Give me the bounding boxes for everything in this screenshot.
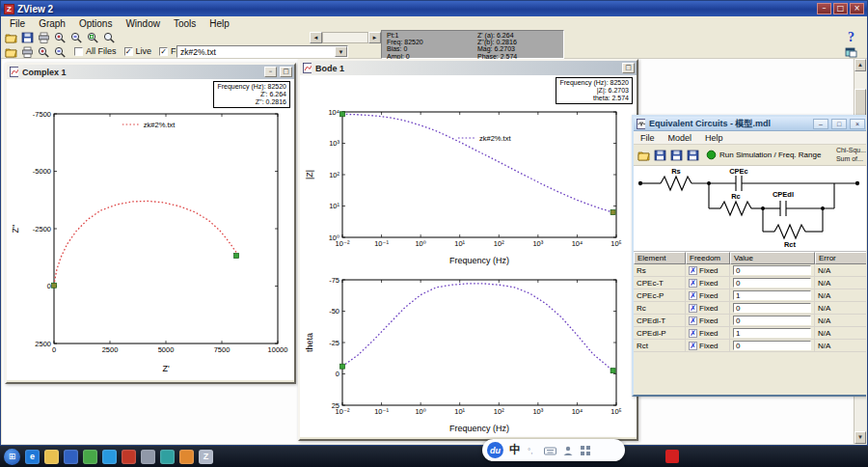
- save-icon[interactable]: [20, 31, 35, 43]
- bode-window[interactable]: Bode 1 □ Frequency (Hz): 82520 |Z|: 6.27…: [298, 59, 638, 441]
- checkbox-box[interactable]: [74, 47, 83, 56]
- eqc-close-button[interactable]: ×: [850, 119, 865, 129]
- value-input[interactable]: 0: [733, 341, 811, 350]
- column-header-value[interactable]: Value: [730, 252, 815, 264]
- ime-logo-icon[interactable]: du: [487, 442, 503, 458]
- equivalent-titlebar[interactable]: Equivalent Circuits - 模型.mdl – □ ×: [634, 117, 866, 131]
- ime-language-toggle[interactable]: 中: [509, 442, 521, 458]
- fixed-icon[interactable]: ✗: [689, 329, 697, 338]
- person-icon[interactable]: [562, 445, 574, 456]
- close-button[interactable]: ×: [850, 3, 864, 14]
- app-gray-icon[interactable]: [141, 450, 155, 464]
- help-icon[interactable]: ?: [848, 30, 854, 45]
- freedom-cell[interactable]: ✗Fixed: [686, 340, 730, 352]
- zoom-window-icon[interactable]: [86, 31, 100, 43]
- bode-maximize-button[interactable]: □: [622, 63, 635, 73]
- eqc-menu-file[interactable]: File: [634, 133, 662, 143]
- scroll-up-icon[interactable]: ▲: [854, 59, 866, 71]
- fixed-icon[interactable]: ✗: [689, 304, 697, 313]
- open-file-icon[interactable]: [4, 31, 18, 43]
- freedom-cell[interactable]: ✗Fixed: [686, 315, 730, 327]
- scroll-down-icon[interactable]: ▼: [854, 431, 866, 444]
- complex-maximize-button[interactable]: □: [280, 67, 292, 77]
- table-row[interactable]: Rc✗Fixed0N/A: [634, 302, 866, 315]
- zoom-in-icon[interactable]: [53, 31, 68, 43]
- checkbox-box[interactable]: ✓: [124, 47, 133, 56]
- input-method-bar[interactable]: du 中 °,: [482, 439, 625, 461]
- complex-minimize-button[interactable]: –: [264, 67, 277, 77]
- grid-icon[interactable]: [580, 445, 591, 456]
- complex-titlebar[interactable]: Complex 1 – □: [7, 65, 294, 79]
- bode-phase-plot[interactable]: 10⁻²10⁻¹10⁰10¹10²10³10⁴10⁵250-25-50-75Fr…: [304, 272, 632, 434]
- bode-magnitude-plot[interactable]: 10⁻²10⁻¹10⁰10¹10²10³10⁴10⁵10⁰10¹10²10³10…: [304, 104, 632, 266]
- table-row[interactable]: CPEdl-T✗Fixed0N/A: [634, 315, 866, 327]
- nyquist-plot[interactable]: 02500500075001000025000-2500-5000-7500Z'…: [10, 106, 291, 374]
- zoom-out-color-icon[interactable]: [53, 45, 68, 58]
- table-row[interactable]: CPEdl-P✗Fixed1N/A: [634, 327, 866, 340]
- freedom-cell[interactable]: ✗Fixed: [686, 327, 730, 340]
- zoom-in-color-icon[interactable]: [37, 45, 51, 58]
- main-titlebar[interactable]: Z ZView 2 – □ ×: [1, 1, 867, 16]
- minimize-button[interactable]: –: [817, 3, 831, 14]
- open-folder-icon[interactable]: [4, 45, 18, 58]
- new-window-icon[interactable]: [844, 45, 858, 58]
- point-scroll-track[interactable]: [322, 32, 368, 43]
- table-row[interactable]: CPEc-T✗Fixed0N/A: [634, 277, 866, 289]
- menu-window[interactable]: Window: [119, 17, 167, 30]
- freedom-cell[interactable]: ✗Fixed: [686, 302, 730, 315]
- tray-red-icon[interactable]: [665, 450, 679, 463]
- point-scrollbar[interactable]: ◄ ►: [310, 32, 381, 43]
- fixed-icon[interactable]: ✗: [689, 291, 697, 300]
- menu-graph[interactable]: Graph: [32, 17, 72, 30]
- circuit-diagram[interactable]: Rs CPEc Rc CPEdl Rct: [634, 166, 866, 252]
- value-input[interactable]: 0: [733, 303, 811, 313]
- freedom-cell[interactable]: ✗Fixed: [686, 277, 730, 289]
- app-blue-icon[interactable]: [64, 450, 78, 464]
- value-input[interactable]: 0: [733, 265, 811, 275]
- save-model-icon[interactable]: [653, 149, 667, 161]
- eqc-menu-model[interactable]: Model: [662, 133, 699, 143]
- save-report-icon[interactable]: [686, 149, 700, 161]
- column-header-freedom[interactable]: Freedom: [686, 252, 730, 264]
- checkbox-live[interactable]: ✓Live: [124, 46, 152, 56]
- app-red-icon[interactable]: [122, 450, 136, 464]
- print-graph-icon[interactable]: [20, 45, 35, 58]
- fixed-icon[interactable]: ✗: [689, 279, 697, 288]
- save-fit-icon[interactable]: [669, 149, 684, 161]
- menu-options[interactable]: Options: [72, 17, 119, 30]
- app-orange-icon[interactable]: [179, 450, 194, 464]
- scroll-left-button[interactable]: ◄: [310, 32, 322, 43]
- start-button[interactable]: ⊞: [4, 449, 20, 465]
- freedom-cell[interactable]: ✗Fixed: [686, 264, 730, 277]
- file-combo[interactable]: zk#2%.txt ▼: [176, 45, 348, 58]
- value-input[interactable]: 1: [733, 328, 811, 338]
- menu-file[interactable]: File: [3, 17, 32, 30]
- zoom-out-icon[interactable]: [69, 31, 84, 43]
- table-row[interactable]: Rs✗Fixed0N/A: [634, 264, 866, 277]
- app-teal-icon[interactable]: [160, 450, 175, 464]
- table-row[interactable]: CPEc-P✗Fixed1N/A: [634, 289, 866, 302]
- checkbox-all-files[interactable]: All Files: [74, 46, 117, 56]
- open-model-icon[interactable]: [637, 149, 651, 161]
- fixed-icon[interactable]: ✗: [689, 266, 697, 275]
- keyboard-icon[interactable]: [544, 445, 556, 456]
- checkbox-box[interactable]: ✓: [159, 47, 168, 56]
- equivalent-circuits-window[interactable]: Equivalent Circuits - 模型.mdl – □ × FileM…: [632, 115, 866, 397]
- app-green-icon[interactable]: [83, 450, 97, 464]
- punctuation-icon[interactable]: °,: [527, 445, 538, 456]
- zview-taskbar-icon[interactable]: Z: [199, 450, 213, 464]
- value-input[interactable]: 1: [733, 290, 811, 300]
- run-simulation-button[interactable]: Run Simulation / Freq. Range: [706, 150, 821, 160]
- table-row[interactable]: Rct✗Fixed0N/A: [634, 340, 866, 352]
- menu-help[interactable]: Help: [203, 17, 236, 30]
- column-header-element[interactable]: Element: [634, 252, 686, 264]
- fixed-icon[interactable]: ✗: [689, 316, 697, 325]
- folder-icon[interactable]: [44, 450, 59, 464]
- column-header-error[interactable]: Error: [815, 252, 866, 264]
- value-input[interactable]: 0: [733, 316, 811, 325]
- zoom-all-icon[interactable]: [102, 31, 117, 43]
- browser-e-icon[interactable]: e: [25, 450, 40, 464]
- combo-dropdown-icon[interactable]: ▼: [335, 46, 347, 57]
- eqc-menu-help[interactable]: Help: [698, 133, 730, 143]
- value-input[interactable]: 0: [733, 278, 811, 288]
